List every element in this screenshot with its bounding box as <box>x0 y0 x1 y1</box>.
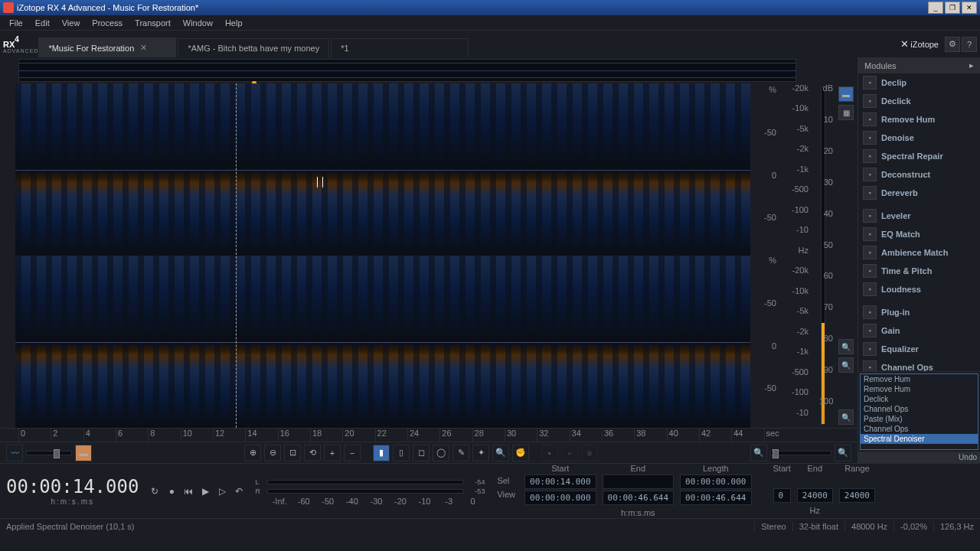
zoom-out-icon[interactable]: ⊖ <box>264 445 281 461</box>
loop-button[interactable]: ↻ <box>148 484 162 498</box>
freq-selection-tool[interactable]: ▯ <box>393 445 410 461</box>
box-selection-tool[interactable]: ◻ <box>413 445 430 461</box>
history-item[interactable]: Paste (Mix) <box>861 414 978 424</box>
rewind-button[interactable]: ⏮ <box>181 484 195 498</box>
settings-icon[interactable]: ⚙ <box>945 37 960 52</box>
zoom-in-icon[interactable]: ⊕ <box>244 445 261 461</box>
zoom-plus-icon[interactable]: + <box>324 445 341 461</box>
status-field: Stereo <box>754 522 786 531</box>
module-declick[interactable]: ▪Declick <box>858 92 980 110</box>
zoom-reset-icon[interactable]: ⟲ <box>304 445 321 461</box>
waveform-view-button[interactable]: ▬ <box>838 86 854 102</box>
menu-edit[interactable]: Edit <box>29 17 56 29</box>
menu-view[interactable]: View <box>56 17 87 29</box>
module-ambience-match[interactable]: ▪Ambience Match <box>858 243 980 262</box>
minimize-button[interactable]: _ <box>928 2 943 14</box>
module-remove-hum[interactable]: ▪Remove Hum <box>858 110 980 129</box>
freq-end-field[interactable]: 24000 <box>797 488 833 503</box>
freq-start-field[interactable]: 0 <box>773 488 791 503</box>
history-item[interactable]: Channel Ops <box>861 404 978 414</box>
sel-length-field[interactable]: 00:00:00.000 <box>680 474 751 489</box>
spectrogram-display[interactable] <box>15 83 750 428</box>
brush-tool[interactable]: ✎ <box>452 445 469 461</box>
status-field: -0,02% <box>893 522 927 531</box>
opacity-slider[interactable] <box>26 451 72 455</box>
zoom-minus-icon[interactable]: − <box>344 445 361 461</box>
grab-tool[interactable]: ✊ <box>512 445 529 461</box>
menubar: FileEditViewProcessTransportWindowHelp <box>0 15 980 31</box>
module-icon: ▪ <box>863 246 877 259</box>
sel-start-field[interactable]: 00:00:14.000 <box>524 474 596 489</box>
module-label: Spectral Repair <box>881 152 943 161</box>
lasso-tool[interactable]: ◯ <box>433 445 449 461</box>
history-item[interactable]: Declick <box>861 394 978 404</box>
overview-waveform[interactable] <box>18 59 796 82</box>
zoom-freq-icon[interactable]: 🔍 <box>838 409 854 425</box>
spectro-mode-button[interactable]: ▬ <box>75 445 92 461</box>
menu-window[interactable]: Window <box>177 17 219 29</box>
record-button[interactable]: ● <box>165 484 178 498</box>
wand-tool[interactable]: ✦ <box>472 445 489 461</box>
module-channel-ops[interactable]: ▪Channel Ops <box>858 358 980 371</box>
module-eq-match[interactable]: ▪EQ Match <box>858 225 980 243</box>
module-icon: ▪ <box>863 94 877 108</box>
maximize-button[interactable]: ❐ <box>945 2 960 14</box>
module-denoise[interactable]: ▪Denoise <box>858 129 980 147</box>
hzoom-in-icon[interactable]: 🔍 <box>835 445 851 461</box>
module-dereverb[interactable]: ▪Dereverb <box>858 184 980 202</box>
hzoom-slider[interactable] <box>770 451 831 455</box>
history-item[interactable]: Remove Hum <box>861 374 978 384</box>
freq-range-field[interactable]: 24000 <box>839 488 875 503</box>
close-icon[interactable]: ✕ <box>140 43 147 53</box>
zoom-in-vertical-icon[interactable]: 🔍 <box>838 339 854 354</box>
tab-2[interactable]: *1 <box>331 38 469 57</box>
undo-button[interactable]: Undo <box>858 452 980 463</box>
module-spectral-repair[interactable]: ▪Spectral Repair <box>858 147 980 165</box>
history-item[interactable]: Spectral Denoiser <box>861 434 978 444</box>
waveform-mode-button[interactable]: 〰 <box>6 445 23 461</box>
module-label: Remove Hum <box>881 115 935 124</box>
module-leveler[interactable]: ▪Leveler <box>858 207 980 225</box>
view-length-field[interactable]: 00:00:46.644 <box>680 491 751 505</box>
menu-transport[interactable]: Transport <box>129 17 177 29</box>
modules-header[interactable]: Modules▸ <box>858 57 980 73</box>
play-selection-button[interactable]: ▷ <box>215 484 229 498</box>
view-start-field[interactable]: 00:00:00.000 <box>524 491 596 505</box>
module-label: EQ Match <box>881 230 920 239</box>
time-selection-tool[interactable]: ▮ <box>373 445 390 461</box>
region-tool[interactable]: ▫ <box>561 445 578 461</box>
hzoom-out-icon[interactable]: 🔍 <box>750 445 767 461</box>
zoom-controls: ▬ ▦ 🔍 🔍 🔍 <box>835 83 858 428</box>
history-item[interactable]: Remove Hum <box>861 384 978 394</box>
close-button[interactable]: ✕ <box>962 2 977 14</box>
channel-left <box>15 83 750 256</box>
module-declip[interactable]: ▪Declip <box>858 73 980 92</box>
module-equalizer[interactable]: ▪Equalizer <box>858 340 980 358</box>
menu-process[interactable]: Process <box>86 17 129 29</box>
menu-file[interactable]: File <box>3 17 29 29</box>
stop-button[interactable]: ↶ <box>232 484 246 498</box>
module-gain[interactable]: ▪Gain <box>858 321 980 340</box>
play-button[interactable]: ▶ <box>198 484 212 498</box>
module-icon: ▪ <box>863 209 877 223</box>
module-time-&-pitch[interactable]: ▪Time & Pitch <box>858 262 980 280</box>
spectrogram-view-button[interactable]: ▦ <box>838 105 854 120</box>
module-icon: ▪ <box>863 324 877 337</box>
module-deconstruct[interactable]: ▪Deconstruct <box>858 165 980 184</box>
module-label: Equalizer <box>881 344 919 354</box>
help-icon[interactable]: ? <box>962 37 977 52</box>
menu-help[interactable]: Help <box>219 17 249 29</box>
marker-tool[interactable]: ▪ <box>541 445 558 461</box>
zoom-out-vertical-icon[interactable]: 🔍 <box>838 357 854 373</box>
tab-0[interactable]: *Music For Restoration✕ <box>38 37 176 57</box>
list-tool[interactable]: ≡ <box>581 445 598 461</box>
sel-end-field[interactable] <box>603 474 674 489</box>
find-tool[interactable]: 🔍 <box>492 445 509 461</box>
module-plug-in[interactable]: ▪Plug-in <box>858 303 980 321</box>
tab-1[interactable]: *AMG - Bitch betta have my money <box>178 38 329 57</box>
module-loudness[interactable]: ▪Loudness <box>858 280 980 298</box>
zoom-selection-icon[interactable]: ⊡ <box>284 445 301 461</box>
timeline-ruler[interactable]: 0246810121416182022242628303234363840424… <box>0 428 858 442</box>
history-item[interactable]: Channel Ops <box>861 424 978 434</box>
view-end-field[interactable]: 00:00:46.644 <box>603 491 674 505</box>
